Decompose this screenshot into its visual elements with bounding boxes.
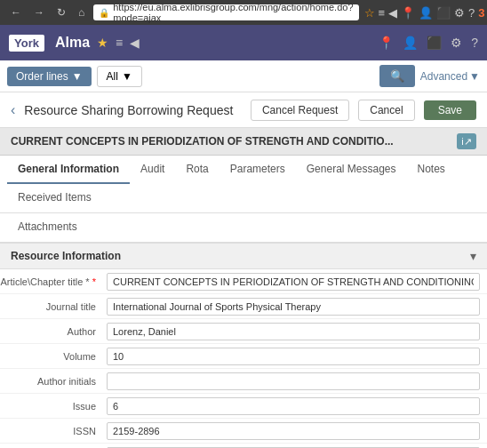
page-title: Resource Sharing Borrowing Request (24, 103, 242, 117)
content-area: Resource Information ▾ Article\Chapter t… (0, 243, 487, 448)
resource-information-section[interactable]: Resource Information ▾ (0, 243, 487, 269)
field-label-5: Issue (0, 397, 107, 415)
tab-notes[interactable]: Notes (407, 156, 456, 184)
field-input-1[interactable] (107, 298, 480, 316)
browser-bar: ← → ↻ ⌂ 🔒 https://eu.alma.exlibrisgroup.… (0, 0, 487, 25)
field-input-3[interactable] (107, 348, 480, 365)
field-label-2: Author (0, 323, 107, 340)
tab-audit[interactable]: Audit (130, 156, 175, 184)
pin-icon[interactable]: 📍 (379, 36, 394, 50)
caret-icon[interactable]: ◀ (130, 36, 140, 50)
person-icon[interactable]: 👤 (403, 36, 418, 50)
cancel-request-button[interactable]: Cancel Request (251, 100, 349, 121)
bookmark-icon[interactable]: ☆ (364, 6, 375, 20)
field-label-4: Author initials (0, 372, 107, 390)
tab-general-information-label: General Information (18, 163, 119, 175)
tab-rota[interactable]: Rota (175, 156, 219, 184)
advanced-button[interactable]: Advanced ▼ (420, 70, 480, 83)
order-lines-label: Order lines (16, 70, 68, 83)
box-icon[interactable]: ⬛ (436, 6, 451, 20)
form-row-6: ISSN (0, 419, 487, 444)
search-button[interactable]: 🔍 (379, 65, 415, 87)
form-row-5: Issue (0, 394, 487, 419)
all-filter-button[interactable]: All ▼ (97, 66, 142, 87)
tab-general-messages[interactable]: General Messages (296, 156, 407, 184)
toolbar: Order lines ▼ All ▼ 🔍 Advanced ▼ (0, 60, 487, 92)
hamburger-icon[interactable]: ≡ (116, 36, 123, 50)
tab-notes-label: Notes (418, 163, 445, 175)
order-lines-button[interactable]: Order lines ▼ (7, 67, 92, 86)
refresh-button[interactable]: ↻ (53, 4, 69, 20)
app-header: York Alma ★ ≡ ◀ 📍 👤 ⬛ ⚙ ? (0, 25, 487, 60)
settings-icon[interactable]: ⚙ (454, 6, 465, 20)
tabs-row2: Attachments (0, 213, 487, 243)
tab-attachments-label: Attachments (18, 220, 77, 233)
back-link[interactable]: ‹ (11, 102, 15, 118)
chevron-down-icon: ▾ (470, 249, 476, 263)
header-icons: 📍 👤 ⬛ ⚙ ? (379, 36, 478, 50)
location-icon[interactable]: 📍 (401, 6, 415, 20)
menu-icon[interactable]: ≡ (379, 6, 386, 20)
field-label-3: Volume (0, 348, 107, 365)
york-logo: York (9, 35, 44, 52)
form-row-1: Journal title (0, 294, 487, 319)
form-fields: Article\Chapter title *Journal titleAuth… (0, 269, 487, 448)
home-button[interactable]: ⌂ (75, 4, 88, 20)
tab-audit-label: Audit (140, 163, 164, 175)
page-header: ‹ Resource Sharing Borrowing Request Can… (0, 92, 487, 128)
field-label-1: Journal title (0, 298, 107, 316)
tab-received-items-label: Received Items (18, 191, 92, 204)
form-row-0: Article\Chapter title * (0, 269, 487, 294)
field-input-4[interactable] (107, 372, 480, 390)
advanced-arrow-icon: ▼ (469, 70, 480, 83)
search-icon: 🔍 (390, 69, 404, 83)
field-label-6: ISSN (0, 422, 107, 440)
alert-badge: 3 (478, 6, 484, 20)
tab-parameters-label: Parameters (230, 163, 285, 175)
info-button[interactable]: i↗ (457, 133, 476, 149)
field-input-2[interactable] (107, 323, 480, 340)
question-icon[interactable]: ? (471, 36, 478, 50)
field-label-0: Article\Chapter title * (0, 273, 107, 291)
form-row-7: LCCN (0, 444, 487, 448)
star-icon[interactable]: ★ (97, 36, 108, 50)
help-icon[interactable]: ? (468, 6, 475, 20)
alma-logo: Alma (55, 35, 90, 51)
advanced-label: Advanced (420, 70, 467, 83)
save-button[interactable]: Save (424, 100, 476, 120)
tab-rota-label: Rota (186, 163, 208, 175)
info-icon: i↗ (461, 136, 471, 148)
record-title-bar: CURRENT CONCEPTS IN PERIODIZATION OF STR… (0, 128, 487, 156)
field-input-5[interactable] (107, 397, 480, 415)
tab-general-messages-label: General Messages (307, 163, 396, 175)
tab-parameters[interactable]: Parameters (220, 156, 296, 184)
tab-received-items[interactable]: Received Items (7, 184, 102, 212)
form-row-3: Volume (0, 344, 487, 369)
cancel-button[interactable]: Cancel (358, 100, 414, 121)
order-lines-arrow-icon: ▼ (72, 70, 83, 83)
record-title: CURRENT CONCEPTS IN PERIODIZATION OF STR… (11, 135, 450, 148)
forward-button[interactable]: → (30, 4, 48, 20)
field-input-6[interactable] (107, 422, 480, 440)
tabs-row1: General InformationAuditRotaParametersGe… (0, 156, 487, 213)
browser-actions: ☆ ≡ ◀ 📍 👤 ⬛ ⚙ ? 3 (364, 6, 485, 20)
back-arrow-icon[interactable]: ◀ (388, 6, 397, 20)
url-text: https://eu.alma.exlibrisgroup.com/mng/ac… (113, 2, 353, 23)
lock-icon: 🔒 (99, 8, 109, 18)
user-icon[interactable]: 👤 (419, 6, 433, 20)
url-bar[interactable]: 🔒 https://eu.alma.exlibrisgroup.com/mng/… (93, 4, 358, 20)
tab-attachments[interactable]: Attachments (7, 213, 88, 242)
form-row-2: Author (0, 319, 487, 344)
back-button[interactable]: ← (7, 4, 25, 20)
tab-general-information[interactable]: General Information (7, 156, 130, 184)
all-label: All (107, 70, 118, 83)
gear-icon[interactable]: ⚙ (451, 36, 462, 50)
all-arrow-icon: ▼ (122, 70, 132, 83)
section-title: Resource Information (11, 250, 121, 262)
back-arrow-icon: ‹ (11, 102, 15, 117)
field-input-0[interactable] (107, 273, 480, 291)
form-row-4: Author initials (0, 369, 487, 394)
grid-icon[interactable]: ⬛ (427, 36, 442, 50)
